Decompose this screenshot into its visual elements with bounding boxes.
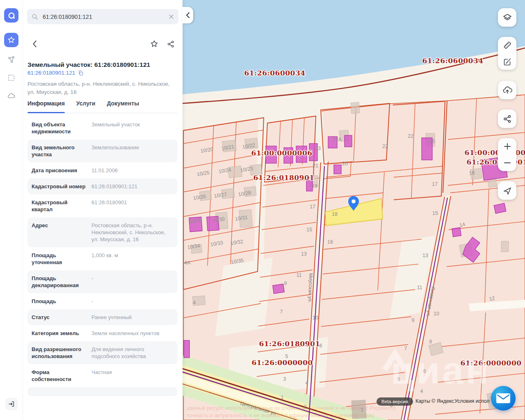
search-bar[interactable] bbox=[27, 9, 178, 24]
cloud-icon bbox=[7, 91, 16, 100]
edit-button[interactable] bbox=[498, 53, 516, 70]
quarter-label: 61:26:0600034 bbox=[244, 69, 305, 77]
info-row: СтатусРанее учтенный bbox=[27, 309, 178, 325]
quarter-label: 61:26:0180901 bbox=[253, 173, 314, 182]
measure-edit-group bbox=[498, 37, 516, 70]
collapse-panel-button[interactable] bbox=[183, 7, 193, 23]
map-canvas[interactable]: 61:26:060003461:26:060003461:00:00000066… bbox=[183, 0, 525, 420]
info-row-value: Земельный участок bbox=[91, 121, 173, 135]
info-row-value: Земли населенных пунктов bbox=[91, 330, 173, 337]
info-row-value: Для ведения личного подсобного хозяйства bbox=[91, 346, 173, 360]
selection-square-icon bbox=[7, 73, 16, 82]
share-map-button[interactable] bbox=[498, 110, 516, 128]
upload-button[interactable] bbox=[498, 81, 516, 99]
tab-documents[interactable]: Документы bbox=[107, 100, 139, 113]
panel-toolbar bbox=[29, 38, 177, 50]
info-row-value: 11.01.2006 bbox=[91, 167, 173, 174]
info-row-value: Частная bbox=[91, 369, 173, 383]
terms-link[interactable]: Условия испол bbox=[454, 398, 490, 404]
parcel-number: 4 bbox=[306, 380, 308, 386]
chat-button[interactable] bbox=[491, 386, 516, 411]
info-row-value: - bbox=[91, 298, 173, 305]
parcel-number: 21 bbox=[313, 163, 318, 169]
zoom-out-button[interactable] bbox=[498, 155, 516, 171]
info-row-label: Категория земель bbox=[32, 330, 87, 337]
share-icon bbox=[502, 114, 512, 124]
star-outline-icon bbox=[150, 39, 159, 48]
parcel-number: 9 bbox=[284, 281, 287, 286]
copy-icon[interactable] bbox=[78, 70, 84, 76]
locate-button[interactable] bbox=[498, 181, 516, 200]
info-row-label: Вид разрешенного использования bbox=[32, 346, 87, 360]
tab-services[interactable]: Услуги bbox=[76, 100, 96, 113]
parcel-number: 18 bbox=[332, 211, 338, 217]
app-logo[interactable] bbox=[4, 8, 18, 23]
info-row-label: Площадь уточненная bbox=[32, 252, 87, 266]
sidebar-item-area-select[interactable] bbox=[4, 71, 18, 85]
back-button[interactable] bbox=[29, 38, 41, 50]
street-label: Миусская ул. bbox=[307, 273, 314, 303]
parcel-number: 22 bbox=[408, 133, 413, 139]
info-row-value: 1,000 кв. м bbox=[91, 252, 173, 266]
search-input[interactable] bbox=[42, 13, 165, 21]
star-icon bbox=[7, 36, 16, 44]
cadastral-number-link[interactable]: 61:26:0180901:121 bbox=[27, 70, 84, 76]
share-object-button[interactable] bbox=[164, 38, 177, 50]
info-row-value: Землепользование bbox=[91, 144, 173, 158]
sidebar-item-cloud[interactable] bbox=[4, 89, 18, 103]
parcel-number: 17 bbox=[310, 204, 315, 210]
sidebar-item-favorites[interactable] bbox=[4, 33, 18, 47]
parcel-number: 15 bbox=[306, 227, 312, 233]
disclaimer-line: точность и актуальность и не знакомит с … bbox=[187, 412, 374, 418]
parcel-number: 11 bbox=[417, 285, 422, 290]
clear-search-icon[interactable] bbox=[168, 14, 174, 20]
info-row-label: Площадь декларированная bbox=[32, 275, 87, 289]
parcel-number: 19 bbox=[312, 183, 317, 189]
info-row-label: Адрес bbox=[32, 222, 87, 243]
parcel-number: 11 bbox=[297, 272, 302, 278]
layers-button[interactable] bbox=[498, 8, 516, 27]
info-row-label: Площадь bbox=[32, 298, 87, 305]
info-row-label: Кадастровый номер bbox=[32, 183, 87, 190]
quarter-label: 61:26:0000000 bbox=[251, 358, 313, 367]
parcel-number: 20 bbox=[429, 139, 435, 144]
ruler-button[interactable] bbox=[498, 37, 516, 53]
chevron-left-icon bbox=[185, 12, 190, 18]
exit-button[interactable] bbox=[5, 398, 18, 410]
info-row-label: Кадастровый квартал bbox=[32, 199, 87, 213]
parcel-number: 13 bbox=[422, 253, 428, 258]
cadastral-number-text[interactable]: 61:26:0180901:121 bbox=[27, 70, 75, 76]
sidebar-item-objects[interactable] bbox=[4, 52, 18, 67]
info-row: Кадастровый квартал61:26:0180901 bbox=[27, 194, 178, 217]
parcel-number: 5 bbox=[285, 354, 288, 359]
parcel-number: 13 bbox=[301, 251, 307, 257]
info-table: Вид объекта недвижимостиЗемельный участо… bbox=[27, 116, 178, 396]
info-row: Кадастровый номер61:26:0180901:121 bbox=[27, 178, 178, 194]
parcel-number: 4A bbox=[184, 260, 191, 266]
app-logo-icon bbox=[7, 11, 16, 20]
parcel-number: 15 bbox=[432, 210, 438, 216]
info-row: Площадь декларированная- bbox=[27, 270, 178, 293]
parcel-number: 16 bbox=[327, 239, 333, 245]
exit-icon bbox=[8, 400, 15, 408]
info-row: АдресРостовская область, р-н. Неклиновск… bbox=[27, 217, 178, 247]
beta-badge: Beta-версия bbox=[377, 397, 413, 406]
favorite-button[interactable] bbox=[148, 38, 160, 50]
quarter-label: 61:26:0180901 bbox=[259, 340, 320, 348]
icon-rail bbox=[0, 0, 23, 420]
parcel-number: 1 bbox=[281, 395, 284, 400]
parcel-number: 3 bbox=[283, 376, 286, 382]
info-row-label: Вид объекта недвижимости bbox=[32, 121, 87, 135]
info-row-value: Ранее учтенный bbox=[91, 314, 173, 321]
parcel-number: 7 bbox=[280, 309, 283, 315]
info-row bbox=[27, 387, 178, 396]
share-icon bbox=[167, 40, 175, 48]
maps-copyright[interactable]: Карты © Яндекс bbox=[415, 398, 454, 404]
page-title: Земельный участок: 61:26:0180901:121 bbox=[27, 61, 178, 68]
zoom-in-button[interactable] bbox=[498, 138, 516, 155]
info-row-value: 61:26:0180901 bbox=[91, 199, 173, 213]
edit-icon bbox=[502, 57, 512, 66]
quarter-label: 61:00:0000006 bbox=[251, 149, 312, 157]
parcel-number: 22 bbox=[382, 144, 388, 149]
tab-information[interactable]: Информация bbox=[27, 100, 65, 113]
